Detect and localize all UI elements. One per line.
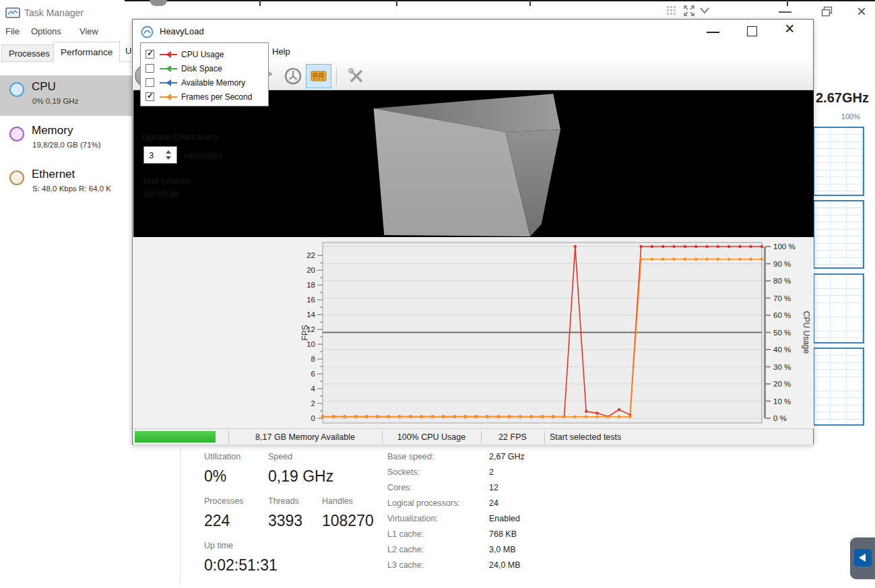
legend-row-frames-per-second: ✓ Frames per Second bbox=[141, 90, 252, 104]
minimize-button[interactable] bbox=[707, 32, 719, 33]
utilization-label: Utilization bbox=[204, 452, 240, 461]
screen: Task Manager × File Options View Process… bbox=[0, 0, 875, 588]
status-test-state: Start selected tests bbox=[544, 429, 807, 445]
tab-users-partial[interactable]: U bbox=[125, 46, 131, 56]
svg-text:10 %: 10 % bbox=[773, 397, 791, 405]
menu-view[interactable]: View bbox=[79, 26, 98, 36]
processes-value: 224 bbox=[204, 512, 230, 530]
window-title: Task Manager bbox=[24, 7, 84, 18]
remote-access-icon-badge bbox=[854, 549, 872, 566]
gpu-card-icon bbox=[309, 67, 328, 85]
legend-label: Available Memory bbox=[181, 78, 245, 88]
core-graph bbox=[813, 127, 864, 196]
svg-text:30 %: 30 % bbox=[773, 363, 791, 371]
menu-options[interactable]: Options bbox=[31, 26, 61, 36]
svg-text:20: 20 bbox=[306, 266, 315, 274]
sidebar-cpu-label: CPU bbox=[32, 80, 56, 94]
svg-text:2: 2 bbox=[311, 399, 315, 407]
cpu-frequency-label: 2.67GHz bbox=[816, 90, 869, 106]
task-manager-app-icon bbox=[5, 7, 20, 20]
update-interval-value: 3 bbox=[149, 150, 154, 160]
render-cube bbox=[133, 90, 814, 237]
svg-text:CPU Usage: CPU Usage bbox=[802, 311, 811, 354]
svg-text:0: 0 bbox=[311, 414, 315, 422]
top-tab-notch bbox=[150, 0, 167, 6]
close-button[interactable]: × bbox=[857, 2, 866, 21]
performance-chart: 0246810121416182022FPS0 %10 %20 %30 %40 … bbox=[297, 238, 814, 428]
processes-label: Processes bbox=[204, 496, 243, 506]
chevron-down-icon[interactable] bbox=[698, 5, 711, 16]
grid-view-icon[interactable] bbox=[666, 5, 679, 18]
tab-processes[interactable]: Processes bbox=[1, 44, 57, 62]
disk-space-marker-icon bbox=[160, 65, 177, 72]
close-button[interactable]: × bbox=[785, 19, 795, 38]
ethernet-graph-thumb-icon bbox=[9, 170, 24, 185]
svg-text:14: 14 bbox=[306, 311, 315, 319]
top-edge-line bbox=[125, 0, 875, 1]
test-progress-bar bbox=[135, 431, 216, 443]
frames-per-second-checkbox[interactable]: ✓ bbox=[145, 92, 154, 101]
sidebar-item-ethernet[interactable]: Ethernet S: 48,0 Kbps R: 64,0 K bbox=[0, 164, 132, 204]
spec-value: 24,0 MB bbox=[489, 560, 521, 570]
sidebar-ethernet-label: Ethernet bbox=[32, 168, 75, 181]
svg-text:90 %: 90 % bbox=[773, 260, 791, 268]
expand-icon[interactable] bbox=[682, 4, 696, 18]
sidebar-item-cpu[interactable]: CPU 0% 0,19 GHz bbox=[0, 75, 132, 116]
update-interval-unit: second(s) bbox=[184, 150, 222, 160]
legend-label: Frames per Second bbox=[181, 92, 252, 102]
legend-row-cpu-usage: ✓ CPU Usage bbox=[141, 47, 224, 61]
svg-text:100 %: 100 % bbox=[773, 242, 796, 251]
core-graph bbox=[813, 348, 864, 426]
stepper-up-icon[interactable] bbox=[166, 150, 171, 154]
update-interval-stepper[interactable]: 3 bbox=[143, 146, 177, 164]
restore-button[interactable] bbox=[821, 6, 833, 18]
cpu-usage-marker-icon bbox=[160, 51, 177, 58]
settings-button[interactable] bbox=[344, 64, 369, 88]
svg-text:40 %: 40 % bbox=[773, 346, 791, 354]
maximize-button[interactable] bbox=[747, 26, 757, 36]
svg-text:FPS: FPS bbox=[300, 325, 310, 340]
svg-text:70 %: 70 % bbox=[773, 294, 791, 302]
heavyload-window: HeavyLoad × File Test Options Tools Help bbox=[132, 19, 814, 445]
uptime-value: 0:02:51:31 bbox=[204, 556, 278, 575]
legend-row-available-memory: Available Memory bbox=[141, 75, 245, 90]
top-separator bbox=[396, 0, 397, 6]
svg-text:0 %: 0 % bbox=[773, 414, 787, 422]
toolbar-separator bbox=[336, 68, 337, 86]
menu-file[interactable]: File bbox=[5, 26, 20, 36]
sidebar-memory-label: Memory bbox=[32, 124, 73, 137]
available-memory-checkbox[interactable] bbox=[145, 78, 154, 87]
spec-value: Enabled bbox=[489, 514, 520, 523]
minimize-button[interactable] bbox=[779, 11, 791, 13]
sidebar-item-memory[interactable]: Memory 19,8/28,0 GB (71%) bbox=[0, 120, 132, 160]
spec-label: Virtualization: bbox=[387, 514, 438, 523]
tab-performance[interactable]: Performance bbox=[53, 42, 120, 62]
spec-value: 3,0 MB bbox=[489, 545, 516, 554]
spec-value: 2 bbox=[489, 467, 494, 477]
handles-label: Handles bbox=[322, 496, 353, 506]
svg-text:18: 18 bbox=[306, 281, 315, 289]
svg-text:20 %: 20 % bbox=[773, 380, 791, 388]
stepper-down-icon[interactable] bbox=[166, 156, 171, 160]
threads-value: 3393 bbox=[268, 512, 302, 530]
sidebar-cpu-stats: 0% 0,19 GHz bbox=[32, 97, 78, 105]
spec-value: 768 KB bbox=[489, 529, 517, 539]
speed-value: 0,19 GHz bbox=[268, 467, 333, 486]
cpu-usage-checkbox[interactable]: ✓ bbox=[145, 50, 154, 59]
svg-text:60 %: 60 % bbox=[773, 311, 791, 319]
graph-scale-label: 100% bbox=[813, 112, 860, 121]
svg-text:80 %: 80 % bbox=[773, 277, 791, 285]
core-graph bbox=[813, 200, 864, 269]
menu-help[interactable]: Help bbox=[272, 46, 290, 57]
tools-icon bbox=[347, 67, 366, 86]
top-separator bbox=[259, 0, 261, 6]
stress-gpu-toggle[interactable] bbox=[306, 64, 331, 88]
disk-space-checkbox[interactable] bbox=[145, 64, 154, 73]
remote-access-tray-icon[interactable] bbox=[850, 537, 875, 579]
clock-icon bbox=[284, 67, 302, 86]
heavyload-app-icon bbox=[141, 26, 154, 38]
svg-text:22: 22 bbox=[306, 251, 315, 259]
spec-label: Base speed: bbox=[387, 452, 434, 461]
test-duration-toggle[interactable] bbox=[280, 64, 306, 88]
svg-text:16: 16 bbox=[306, 296, 315, 304]
